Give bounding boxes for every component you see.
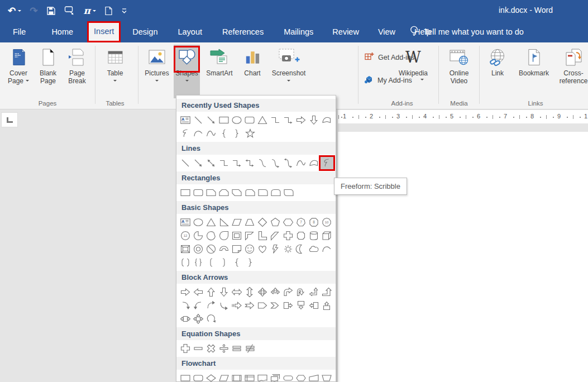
left-bracket-icon[interactable] xyxy=(204,256,217,269)
up-arrow-callout-icon[interactable] xyxy=(321,299,333,312)
freeform-scribble-icon[interactable] xyxy=(321,157,333,169)
left-brace-icon[interactable] xyxy=(218,127,231,140)
sun-icon[interactable] xyxy=(282,243,295,255)
math-plus-icon[interactable] xyxy=(179,342,192,355)
isosceles-triangle-icon[interactable] xyxy=(256,114,269,126)
tab-view[interactable]: View xyxy=(373,21,400,42)
no-symbol-icon[interactable] xyxy=(204,243,217,255)
tab-review[interactable]: Review xyxy=(327,21,364,42)
rounded-rectangle-icon[interactable] xyxy=(192,187,204,199)
line-double-arrow-icon[interactable] xyxy=(204,157,217,169)
flowchart-data-icon[interactable] xyxy=(217,372,230,382)
l-shape-icon[interactable] xyxy=(256,230,269,242)
rounded-rectangle-icon[interactable] xyxy=(243,114,256,126)
bent-arrow-icon[interactable] xyxy=(282,286,295,298)
elbow-connector-icon[interactable] xyxy=(269,114,282,126)
chart-button[interactable]: Chart xyxy=(239,45,266,98)
curve-icon[interactable] xyxy=(295,157,308,169)
flowchart-internal-storage-icon[interactable] xyxy=(243,372,256,382)
tab-stop-selector[interactable] xyxy=(1,112,18,127)
math-multiply-icon[interactable] xyxy=(204,342,217,355)
customize-quick-access-toolbar-icon[interactable] xyxy=(121,8,127,14)
block-arrow-down-icon[interactable] xyxy=(308,114,321,126)
flowchart-multidocument-icon[interactable] xyxy=(269,372,282,382)
wikipedia-button[interactable]: W Wikipedia xyxy=(394,45,433,98)
curved-left-arrow-icon[interactable] xyxy=(192,299,204,312)
flowchart-preparation-icon[interactable] xyxy=(295,372,308,382)
diagonal-stripe-icon[interactable] xyxy=(269,230,282,242)
down-arrow-callout-icon[interactable] xyxy=(295,299,308,312)
block-arrow-down-icon[interactable] xyxy=(217,286,230,298)
flowchart-decision-icon[interactable] xyxy=(204,372,217,382)
can-icon[interactable] xyxy=(308,230,321,242)
block-arrow-right-icon[interactable] xyxy=(179,286,192,298)
redo-icon[interactable]: ↷ xyxy=(30,6,37,16)
star-5-point-icon[interactable] xyxy=(243,127,256,140)
striped-right-arrow-icon[interactable] xyxy=(230,299,243,312)
arc-icon[interactable] xyxy=(192,127,204,140)
flowchart-document-icon[interactable] xyxy=(256,372,269,382)
right-brace-icon[interactable] xyxy=(231,127,243,140)
u-turn-arrow-icon[interactable] xyxy=(295,286,308,298)
folded-corner-icon[interactable] xyxy=(230,243,243,255)
hexagon-icon[interactable] xyxy=(282,216,295,228)
octagon-icon[interactable]: 8 xyxy=(308,216,321,228)
left-right-up-arrow-icon[interactable] xyxy=(269,286,282,298)
bookmark-button[interactable]: Bookmark xyxy=(513,45,555,98)
right-bracket-icon[interactable] xyxy=(218,256,231,269)
line-arrow-icon[interactable] xyxy=(192,157,204,169)
tab-mailings[interactable]: Mailings xyxy=(279,21,318,42)
callout-icon[interactable] xyxy=(64,6,75,16)
heart-icon[interactable] xyxy=(256,243,269,255)
double-brace-icon[interactable] xyxy=(192,256,204,269)
left-brace-icon[interactable] xyxy=(231,256,243,269)
math-division-icon[interactable] xyxy=(218,342,231,355)
tab-file[interactable]: File xyxy=(8,21,31,42)
math-minus-icon[interactable] xyxy=(192,342,204,355)
block-arrow-up-down-icon[interactable] xyxy=(243,286,256,298)
tab-home[interactable]: Home xyxy=(46,21,78,42)
snip-same-side-corner-rectangle-icon[interactable] xyxy=(218,187,231,199)
snip-diagonal-corner-rectangle-icon[interactable] xyxy=(231,187,243,199)
trapezoid-icon[interactable] xyxy=(243,216,256,228)
left-arrow-callout-icon[interactable] xyxy=(308,299,321,312)
screenshot-button[interactable]: Screenshot xyxy=(267,45,310,98)
half-frame-icon[interactable] xyxy=(243,230,256,242)
rectangle-icon[interactable] xyxy=(179,187,192,199)
tab-insert[interactable]: Insert xyxy=(87,21,121,42)
curve-icon[interactable] xyxy=(204,127,217,140)
elbow-connector-icon[interactable] xyxy=(217,157,230,169)
freeform-scribble-icon[interactable] xyxy=(179,127,192,140)
round-diagonal-corner-rectangle-icon[interactable] xyxy=(283,187,295,199)
curved-double-arrow-connector-icon[interactable] xyxy=(282,157,295,169)
oval-icon[interactable] xyxy=(192,216,204,228)
isosceles-triangle-icon[interactable] xyxy=(204,216,217,228)
pictures-button[interactable]: Pictures xyxy=(141,45,173,98)
block-arrow-left-icon[interactable] xyxy=(192,286,204,298)
math-equal-icon[interactable] xyxy=(231,342,243,355)
pie-icon[interactable] xyxy=(192,230,204,242)
curved-up-arrow-icon[interactable] xyxy=(204,299,217,312)
flowchart-manual-operation-icon[interactable] xyxy=(321,372,333,382)
flowchart-terminator-icon[interactable] xyxy=(282,372,295,382)
chevron-arrow-icon[interactable] xyxy=(269,299,282,312)
snip-single-corner-rectangle-icon[interactable] xyxy=(204,187,217,199)
text-box-icon[interactable]: A xyxy=(179,114,192,126)
round-single-corner-rectangle-icon[interactable] xyxy=(256,187,269,199)
pentagon-arrow-icon[interactable] xyxy=(256,299,269,312)
text-box-icon[interactable]: A xyxy=(179,216,192,228)
cross-reference-button[interactable]: Cross-reference xyxy=(556,45,588,98)
cover-page-button[interactable]: Cover Page xyxy=(3,45,34,98)
left-up-arrow-icon[interactable] xyxy=(308,286,321,298)
new-document-icon[interactable] xyxy=(104,6,113,16)
online-video-button[interactable]: Online Video xyxy=(443,45,475,98)
right-brace-icon[interactable] xyxy=(243,256,256,269)
frame-icon[interactable] xyxy=(230,230,243,242)
snip-and-round-single-corner-rectangle-icon[interactable] xyxy=(243,187,256,199)
smartart-button[interactable]: SmartArt xyxy=(201,45,238,98)
notched-right-arrow-icon[interactable] xyxy=(243,299,256,312)
curved-arrow-connector-icon[interactable] xyxy=(269,157,282,169)
block-arrow-left-right-icon[interactable] xyxy=(230,286,243,298)
curved-connector-icon[interactable] xyxy=(256,157,269,169)
teardrop-icon[interactable] xyxy=(217,230,230,242)
